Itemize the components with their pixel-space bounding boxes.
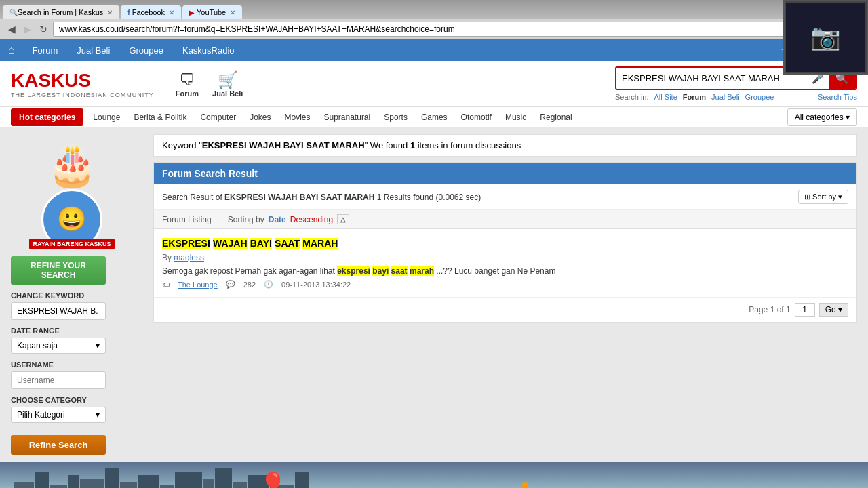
home-icon[interactable]: ⌂ — [8, 44, 15, 56]
sort-button[interactable]: ⊞ Sort by ▾ — [798, 190, 848, 204]
site-logo-bar: KASKUS THE LARGEST INDONESIAN COMMUNITY … — [0, 61, 868, 106]
search-input[interactable] — [616, 69, 806, 87]
forum-icon: 🗨 — [179, 70, 195, 89]
sort-label: Sort by — [812, 192, 836, 201]
nav-forum[interactable]: Forum — [23, 41, 68, 60]
cat-lounge[interactable]: Lounge — [86, 107, 127, 127]
listing-dash: — — [216, 215, 224, 224]
username-input[interactable] — [11, 371, 106, 389]
tab-label-yt: YouTube — [197, 8, 226, 16]
nav-groupee[interactable]: Groupee — [119, 41, 173, 60]
result-keyword: EKSPRESI WAJAH BAYI SAAT MARAH — [224, 192, 374, 202]
comment-icon: 💬 — [226, 280, 235, 289]
date-range-dropdown[interactable]: Kapan saja ▾ — [11, 338, 106, 354]
tab-close-btn[interactable]: ✕ — [107, 9, 113, 16]
tab-close-yt[interactable]: ✕ — [230, 9, 235, 16]
post-title-wajah: WAJAH — [213, 238, 248, 249]
search-groupee[interactable]: Groupee — [745, 93, 774, 101]
listing-label: Forum Listing — [162, 215, 212, 224]
nav-kaskusradio[interactable]: KaskusRadio — [173, 41, 244, 60]
browser-tab-youtube[interactable]: ▶ YouTube ✕ — [182, 5, 242, 19]
post-meta: 🏷 The Lounge 💬 282 🕐 09-11-2013 13:34:22 — [162, 280, 848, 289]
hot-categories-btn[interactable]: Hot categories — [11, 108, 83, 126]
toggle-sort-btn[interactable]: △ — [337, 214, 349, 224]
tab-close-fb[interactable]: ✕ — [169, 9, 174, 16]
city-background: 🎈 ● — [0, 462, 868, 488]
forward-button[interactable]: ▶ — [21, 22, 34, 36]
site-header-nav: ⌂ Forum Jual Beli Groupee KaskusRadio ★ … — [0, 39, 868, 61]
username-section: USERNAME — [11, 361, 146, 389]
all-categories-btn[interactable]: All categories ▾ — [787, 108, 857, 126]
page-number-input[interactable] — [795, 303, 815, 317]
author-link[interactable]: maqless — [174, 253, 204, 262]
search-allsite[interactable]: All Site — [654, 93, 677, 101]
page-info: Page 1 of 1 — [749, 305, 790, 314]
cat-otomotif[interactable]: Otomotif — [454, 107, 498, 127]
cat-berita[interactable]: Berita & Politik — [127, 107, 193, 127]
refine-search-btn[interactable]: Refine Search — [11, 435, 106, 455]
date-range-value: Kapan saja — [17, 341, 58, 350]
tab-favicon-fb: f — [127, 9, 130, 16]
username-label: USERNAME — [11, 361, 146, 369]
clock-icon: 🕐 — [264, 280, 273, 289]
go-button[interactable]: Go ▾ — [819, 303, 848, 317]
search-options: Search in: All Site Forum Jual Beli Grou… — [615, 93, 857, 101]
back-button[interactable]: ◀ — [5, 22, 18, 36]
skyline — [14, 468, 854, 488]
sort-column[interactable]: Date — [269, 215, 286, 224]
browser-tab-kaskus[interactable]: 🔍 Search in Forum | Kaskus ✕ — [3, 5, 119, 19]
mascot-badge: RAYAIN BARENG KASKUS — [29, 239, 115, 249]
post-author: By maqless — [162, 253, 848, 262]
post-title-ekspresi: EKSPRESI — [162, 238, 210, 249]
post-category[interactable]: The Lounge — [178, 281, 218, 289]
refine-search-top-btn[interactable]: REFINE YOUR SEARCH — [11, 256, 106, 285]
site-logo[interactable]: KASKUS — [11, 70, 154, 92]
cat-jokes[interactable]: Jokes — [243, 107, 277, 127]
keyword-input[interactable] — [11, 302, 106, 320]
browser-tab-facebook[interactable]: f Facebook ✕ — [121, 5, 181, 19]
cat-music[interactable]: Music — [498, 107, 533, 127]
logo-nav-jualbeli[interactable]: 🛒 Jual Beli — [212, 70, 243, 98]
category-dropdown[interactable]: Pilih Kategori ▾ — [11, 407, 106, 423]
tab-label-fb: Facebook — [132, 8, 165, 16]
logo-nav-forum[interactable]: 🗨 Forum — [176, 70, 199, 98]
post-title-bayi: BAYI — [250, 238, 272, 249]
change-keyword-label: CHANGE KEYWORD — [11, 291, 146, 300]
result-count: 1 — [410, 140, 415, 150]
hl-marah: marah — [410, 266, 434, 276]
logo-area: KASKUS THE LARGEST INDONESIAN COMMUNITY — [11, 70, 154, 98]
cat-regional[interactable]: Regional — [533, 107, 578, 127]
nav-jualbeli[interactable]: Jual Beli — [67, 41, 119, 60]
tab-favicon: 🔍 — [9, 9, 18, 16]
refresh-button[interactable]: ↻ — [37, 22, 50, 36]
cat-sports[interactable]: Sports — [377, 107, 414, 127]
search-tips-link[interactable]: Search Tips — [818, 93, 857, 101]
forum-result-panel: Forum Search Result Search Result of EKS… — [153, 162, 857, 323]
cat-movies[interactable]: Movies — [277, 107, 317, 127]
search-forum[interactable]: Forum — [683, 93, 706, 101]
tab-favicon-yt: ▶ — [189, 9, 195, 16]
search-jualbeli[interactable]: Jual Beli — [711, 93, 740, 101]
post-excerpt: Semoga gak repost Pernah gak agan-agan l… — [162, 266, 848, 276]
balloon-decoration: 🎈 — [260, 471, 285, 488]
cat-computer[interactable]: Computer — [193, 107, 243, 127]
result-info-bar: Search Result of EKSPRESI WAJAH BAYI SAA… — [154, 184, 856, 210]
address-bar[interactable] — [53, 22, 849, 37]
mascot-container: 🎂 😀 RAYAIN BARENG KASKUS — [11, 134, 133, 256]
category-label: CHOOSE CATEGORY — [11, 396, 146, 404]
logo-tagline: THE LARGEST INDONESIAN COMMUNITY — [11, 92, 154, 98]
hl-ekspresi: ekspresi — [337, 266, 370, 276]
cat-supranatural[interactable]: Supranatural — [317, 107, 378, 127]
logo-icons: 🗨 Forum 🛒 Jual Beli — [176, 70, 243, 98]
date-range-section: DATE RANGE Kapan saja ▾ — [11, 327, 146, 354]
post-title-marah: MARAH — [302, 238, 338, 249]
cat-games[interactable]: Games — [414, 107, 454, 127]
cart-icon: 🛒 — [218, 70, 238, 89]
post-title-saat: SAAT — [275, 238, 300, 249]
post-date: 09-11-2013 13:34:22 — [281, 281, 351, 289]
panel-title: Forum Search Result — [162, 168, 258, 179]
sort-order: Descending — [290, 215, 333, 224]
listing-header: Forum Listing — Sorting by Date Descendi… — [154, 210, 856, 229]
result-summary: Search Result of EKSPRESI WAJAH BAYI SAA… — [162, 192, 481, 202]
header-nav-links: Forum Jual Beli Groupee KaskusRadio — [23, 41, 244, 60]
